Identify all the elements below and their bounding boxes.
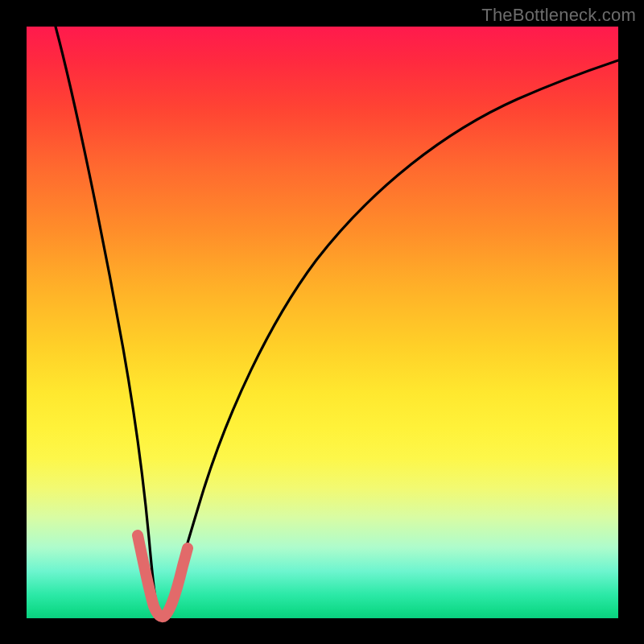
- optimal-range-markers: [138, 535, 188, 617]
- chart-frame: [27, 27, 618, 618]
- bottleneck-chart: [27, 27, 618, 618]
- watermark-text: TheBottleneck.com: [481, 5, 636, 26]
- bottleneck-curve: [56, 27, 618, 617]
